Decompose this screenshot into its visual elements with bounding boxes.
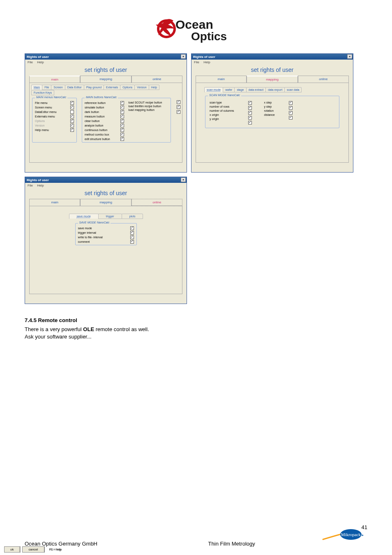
chk-clear-button[interactable] <box>120 119 124 123</box>
inner-tab-screen[interactable]: Screen <box>51 85 65 90</box>
menu-file[interactable]: File <box>28 184 33 187</box>
chk-save-mode[interactable] <box>130 226 134 230</box>
inner-tab-playground[interactable]: Play ground <box>84 85 104 90</box>
chk-measure-button[interactable] <box>120 115 124 118</box>
chk-mapping-button[interactable] <box>177 110 180 114</box>
inner-tab-version[interactable]: Version <box>134 85 149 90</box>
chk-x-origin[interactable] <box>248 116 252 120</box>
rights-dialog-online: Rights of user × File Help set rights of… <box>25 177 187 304</box>
chk-comment[interactable] <box>130 240 134 244</box>
chk-analyze-button[interactable] <box>120 124 124 127</box>
chk-x-step[interactable] <box>289 101 293 105</box>
chk-edit-structure[interactable] <box>120 137 124 141</box>
chk-screen-menu[interactable] <box>70 106 74 109</box>
inner-tab-savemode[interactable]: save mode <box>69 214 99 219</box>
ok-button[interactable]: ok <box>4 546 20 553</box>
menu-bar: File Help <box>25 60 187 65</box>
chk-reference-button[interactable] <box>120 101 124 105</box>
inner-tabs: Main File Screen Data Editor Play ground… <box>31 85 180 95</box>
chk-simulate-button[interactable] <box>120 106 124 109</box>
top-tab-online[interactable]: online <box>131 76 182 83</box>
titlebar[interactable]: Rights of user × <box>25 54 187 60</box>
menu-help[interactable]: Help <box>37 60 44 64</box>
menu-file[interactable]: File <box>194 60 199 64</box>
menu-help[interactable]: Help <box>37 184 44 187</box>
chk-distance[interactable] <box>289 116 293 120</box>
chk-dark-button[interactable] <box>120 110 124 114</box>
chk-help-menu[interactable] <box>70 128 74 132</box>
chk-externals-menu[interactable] <box>70 115 74 118</box>
footer-left: Ocean Optics Germany GmbH <box>25 541 97 547</box>
top-tabs: main mapping online <box>191 76 353 83</box>
close-icon[interactable]: × <box>347 54 352 59</box>
chk-rotation[interactable] <box>289 111 293 115</box>
cancel-button[interactable]: cancel <box>22 546 44 553</box>
inner-tab-options[interactable]: Options <box>120 85 135 90</box>
dialog-heading: set rights of user <box>25 188 187 199</box>
menu-bar: File Help <box>191 60 353 65</box>
scanmode-title: SCAN MODE NanoCalc <box>208 94 241 97</box>
inner-tab-main[interactable]: Main <box>31 85 42 90</box>
chk-scan-type[interactable] <box>248 101 252 105</box>
chk-num-rows[interactable] <box>248 106 252 110</box>
chk-y-step[interactable] <box>289 106 293 110</box>
ocean-optics-logo: Ocean Optics <box>25 12 367 45</box>
title-text: Rights of user <box>27 178 49 182</box>
titlebar[interactable]: Rights of user × <box>191 54 353 60</box>
menu-bar: File Help <box>25 183 187 188</box>
top-tab-main[interactable]: main <box>29 199 80 206</box>
inner-tab-fnkeys[interactable]: Function Keys <box>31 90 54 95</box>
titlebar[interactable]: Rights of user × <box>25 177 187 183</box>
chk-dataeditor-menu[interactable] <box>70 110 74 114</box>
rights-dialog-mapping: Rights of user × File Help set rights of… <box>191 53 353 173</box>
top-tab-online[interactable]: online <box>131 199 182 206</box>
menu-file[interactable]: File <box>28 60 33 64</box>
inner-tab-file[interactable]: File <box>42 85 51 90</box>
title-text: Rights of user <box>193 55 215 59</box>
dialog-heading: set rights of user <box>25 65 187 76</box>
group2-title: MAIN buttons NanoCalc <box>85 96 118 99</box>
top-tab-mapping[interactable]: mapping <box>80 199 131 206</box>
savemode-title: SAVE MODE NanoCalc <box>78 221 111 224</box>
footer: Ocean Optics Germany GmbH Thin Film Metr… <box>25 541 367 547</box>
close-icon[interactable]: × <box>181 177 186 182</box>
inner-tab-help[interactable]: Help <box>149 85 159 90</box>
top-tab-mapping[interactable]: mapping <box>80 76 131 83</box>
inner-tab-plots[interactable]: plots <box>122 214 143 219</box>
dialog-heading: set rights of user <box>191 65 353 76</box>
inner-tab-dataexport[interactable]: data export <box>265 87 285 92</box>
chk-write-file-interval[interactable] <box>130 235 134 239</box>
title-text: Rights of user <box>27 55 49 59</box>
inner-tab-wafer[interactable]: wafer <box>223 87 235 92</box>
body-paragraph: There is a very powerful OLE remote cont… <box>25 326 367 341</box>
menu-help[interactable]: Help <box>203 60 210 64</box>
inner-tab-stage[interactable]: stage <box>234 87 246 92</box>
chk-method-combo[interactable] <box>120 133 124 136</box>
group1-title: MAIN menus NanoCalc <box>35 96 67 99</box>
chk-scout-recipe[interactable] <box>177 100 180 104</box>
inner-tab-externals[interactable]: Externals <box>104 85 120 90</box>
chk-trigger-interval[interactable] <box>130 231 134 235</box>
chk-continuous-button[interactable] <box>120 128 124 132</box>
chk-version-menu <box>70 124 74 127</box>
top-tab-online[interactable]: online <box>298 76 349 83</box>
inner-tab-scanmode[interactable]: scan mode <box>204 87 223 92</box>
inner-tab-scandata[interactable]: scan data <box>284 87 302 92</box>
inner-tabs: scan mode wafer stage data extract data … <box>204 87 340 92</box>
footer-right: Thin Film Metrology <box>208 541 255 547</box>
logo-text-optics: Optics <box>191 30 227 43</box>
svg-text:Mikropack: Mikropack <box>341 532 361 537</box>
chk-file-menu[interactable] <box>70 101 74 105</box>
inner-tab-dataeditor[interactable]: Data Editor <box>65 85 84 90</box>
top-tab-main[interactable]: main <box>196 76 247 83</box>
close-icon[interactable]: × <box>181 54 186 59</box>
inner-tab-trigger[interactable]: trigger <box>98 214 122 219</box>
chk-num-cols[interactable] <box>248 111 252 115</box>
top-tab-main[interactable]: main <box>29 76 80 83</box>
top-tab-mapping[interactable]: mapping <box>247 76 297 83</box>
logo-text-ocean: Ocean <box>175 18 213 31</box>
section-heading: 7.4.5 Remote control <box>25 317 367 323</box>
chk-y-origin[interactable] <box>248 121 252 124</box>
chk-thinfilm-recipe[interactable] <box>177 105 180 109</box>
inner-tab-dataextract[interactable]: data extract <box>246 87 266 92</box>
